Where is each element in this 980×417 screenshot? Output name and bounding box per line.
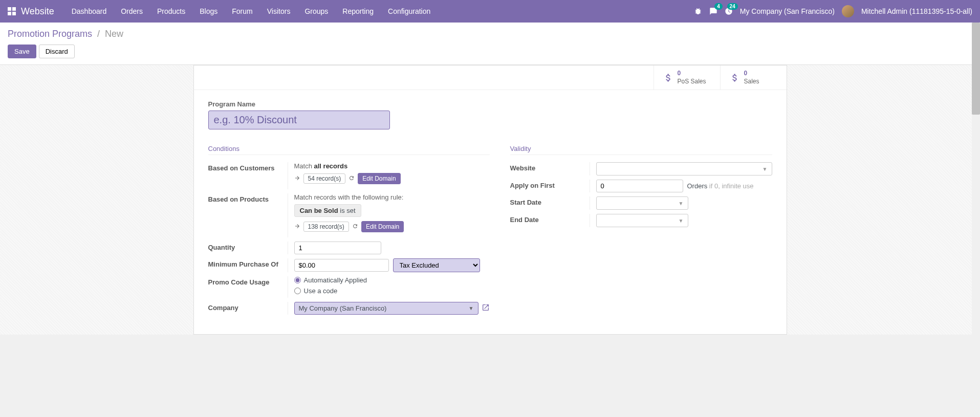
edit-domain-products[interactable]: Edit Domain [361, 221, 404, 232]
arrow-right-icon [294, 223, 300, 231]
start-date-input[interactable]: ▼ [596, 196, 688, 210]
rule-tag: Can be Sold is set [294, 204, 361, 217]
website-select[interactable]: ▼ [596, 162, 772, 175]
messages-badge: 4 [714, 3, 723, 10]
nav-products[interactable]: Products [150, 7, 192, 15]
orders-text: Orders if 0, infinite use [687, 182, 754, 190]
promo-auto-radio[interactable] [294, 277, 301, 283]
breadcrumb-sep: / [97, 29, 100, 39]
apply-first-label: Apply on First [510, 180, 590, 192]
products-record-count[interactable]: 138 record(s) [303, 222, 349, 232]
scrollbar-thumb[interactable] [972, 23, 980, 115]
tax-select[interactable]: Tax Excluded [393, 258, 480, 272]
program-name-input[interactable] [208, 111, 390, 129]
edit-domain-customers[interactable]: Edit Domain [358, 173, 400, 184]
stat-pos-value: 0 [678, 70, 706, 78]
match-all-text: Match all records [294, 162, 490, 170]
promo-code-label-text: Use a code [304, 287, 338, 295]
company-select[interactable]: My Company (San Francisco) ▼ [294, 302, 478, 315]
nav-configuration[interactable]: Configuration [381, 7, 438, 15]
form-sheet: 0 PoS Sales 0 Sales Program Name Conditi… [193, 65, 787, 335]
min-purchase-label: Minimum Purchase Of [208, 258, 288, 272]
stat-sales-label: Sales [744, 78, 759, 86]
breadcrumb-current: New [105, 29, 123, 39]
promo-code-label: Promo Code Usage [208, 276, 288, 298]
company-label: Company [208, 302, 288, 315]
min-purchase-input[interactable] [294, 259, 389, 272]
save-button[interactable]: Save [8, 45, 36, 58]
stat-pos-label: PoS Sales [678, 78, 706, 86]
promo-code-radio[interactable] [294, 288, 301, 294]
stat-pos-sales[interactable]: 0 PoS Sales [654, 65, 720, 90]
website-label: Website [510, 162, 590, 175]
user-name[interactable]: Mitchell Admin (11181395-15-0-all) [861, 7, 972, 15]
promo-auto-label: Automatically Applied [304, 276, 367, 284]
quantity-label: Quantity [208, 242, 288, 254]
nav-groups[interactable]: Groups [297, 7, 335, 15]
end-date-input[interactable]: ▼ [596, 214, 688, 227]
start-date-label: Start Date [510, 196, 590, 210]
content-header: Promotion Programs / New Save Discard [0, 23, 980, 65]
brand-title[interactable]: Website [21, 6, 54, 17]
based-customers-label: Based on Customers [208, 162, 288, 189]
caret-down-icon: ▼ [679, 218, 684, 224]
nav-visitors[interactable]: Visitors [260, 7, 298, 15]
apps-icon[interactable] [8, 7, 16, 15]
discard-button[interactable]: Discard [39, 45, 75, 58]
validity-title: Validity [510, 145, 772, 155]
end-date-label: End Date [510, 214, 590, 227]
nav-orders[interactable]: Orders [114, 7, 150, 15]
svg-rect-2 [8, 12, 11, 15]
nav-dashboard[interactable]: Dashboard [64, 7, 114, 15]
based-products-label: Based on Products [208, 193, 288, 237]
nav-menu: Dashboard Orders Products Blogs Forum Vi… [64, 7, 438, 15]
caret-down-icon: ▼ [679, 201, 684, 206]
quantity-input[interactable] [294, 242, 381, 254]
svg-rect-0 [8, 7, 11, 11]
external-link-icon[interactable] [482, 303, 490, 313]
caret-down-icon: ▼ [763, 166, 768, 172]
refresh-icon[interactable] [349, 175, 355, 183]
apply-first-input[interactable] [596, 180, 683, 192]
conditions-title: Conditions [208, 145, 490, 155]
nav-reporting[interactable]: Reporting [335, 7, 381, 15]
company-selector[interactable]: My Company (San Francisco) [740, 7, 835, 15]
dollar-icon [663, 71, 673, 85]
match-rule-text: Match records with the following rule: [294, 193, 490, 201]
customers-record-count[interactable]: 54 record(s) [303, 173, 346, 184]
stat-sales[interactable]: 0 Sales [720, 65, 787, 90]
scrollbar[interactable] [972, 23, 980, 416]
breadcrumb-parent[interactable]: Promotion Programs [8, 29, 92, 39]
breadcrumb: Promotion Programs / New [8, 29, 972, 39]
user-avatar[interactable] [842, 5, 854, 17]
svg-rect-1 [12, 7, 16, 11]
stat-sales-value: 0 [744, 70, 759, 78]
refresh-icon[interactable] [352, 223, 358, 231]
program-name-label: Program Name [208, 100, 772, 108]
nav-blogs[interactable]: Blogs [192, 7, 225, 15]
main-navbar: Website Dashboard Orders Products Blogs … [0, 0, 980, 23]
messages-icon[interactable]: 4 [709, 7, 717, 15]
activities-icon[interactable]: 24 [725, 7, 733, 15]
nav-forum[interactable]: Forum [225, 7, 259, 15]
arrow-right-icon [294, 175, 300, 183]
bug-icon[interactable] [694, 7, 702, 15]
svg-rect-3 [12, 12, 16, 15]
activities-badge: 24 [727, 3, 738, 10]
caret-down-icon: ▼ [469, 305, 474, 311]
dollar-icon [730, 71, 740, 85]
